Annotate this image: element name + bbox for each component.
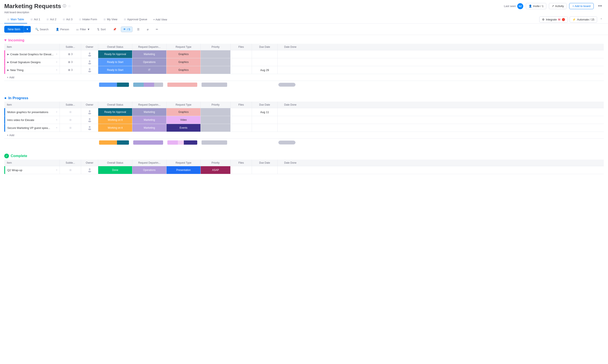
row-name-cell[interactable]: Secure Marketing VP guest spea... +: [5, 124, 60, 132]
subitem-cell[interactable]: ⊞ 3: [60, 66, 81, 74]
person-filter-button[interactable]: 👤 Person: [53, 26, 72, 33]
add-icon[interactable]: +: [56, 118, 57, 121]
dept-cell[interactable]: Marketing: [132, 116, 167, 124]
row-name-cell[interactable]: ▶ Email Signature Designs +: [5, 58, 60, 66]
tab-bar: ⊞ Main Table ⊞ Act 1 ⊞ Act 2 ⊞ Act 3 ⊟ I…: [0, 16, 608, 24]
expand-icon[interactable]: ▶: [7, 53, 9, 56]
search-button[interactable]: 🔍 Search: [32, 26, 51, 33]
automate-button[interactable]: ⚡ Automate / 15: [569, 16, 597, 23]
status-cell[interactable]: Working on it: [98, 124, 132, 132]
owner-cell[interactable]: [81, 66, 98, 74]
priority-cell[interactable]: [201, 50, 231, 58]
invite-button[interactable]: 👤 Invite / 1: [526, 3, 546, 9]
subitem-cell[interactable]: ⊞ 3: [60, 50, 81, 58]
collapse-button[interactable]: ⌃: [599, 17, 604, 22]
tab-main-table[interactable]: ⊞ Main Table: [4, 16, 27, 24]
add-icon[interactable]: +: [56, 111, 57, 114]
board-description[interactable]: Add board description: [0, 11, 608, 16]
status-cell[interactable]: Ready for Approval: [98, 50, 132, 58]
add-row-button[interactable]: + Add: [4, 74, 604, 81]
new-item-button[interactable]: New Item: [4, 26, 24, 33]
subitem-cell[interactable]: ⊞: [60, 116, 81, 124]
type-cell[interactable]: Graphics: [167, 108, 201, 116]
status-cell[interactable]: Done: [98, 166, 132, 174]
sort-button[interactable]: ⇅ Sort: [94, 26, 108, 33]
type-cell[interactable]: Video: [167, 116, 201, 124]
tab-act1[interactable]: ⊞ Act 1: [27, 16, 43, 24]
dept-cell[interactable]: Marketing: [132, 50, 167, 58]
add-icon[interactable]: +: [56, 61, 57, 64]
dept-cell[interactable]: Operations: [132, 58, 167, 66]
owner-cell[interactable]: [81, 166, 98, 174]
subitem-cell[interactable]: ⊞ 3: [60, 58, 81, 66]
row-name-cell[interactable]: ▶ New Thing +: [5, 66, 60, 74]
views-button[interactable]: 👁 / 5: [121, 26, 132, 32]
priority-cell[interactable]: ASAP: [201, 166, 231, 174]
status-cell[interactable]: Ready for Approval: [98, 108, 132, 116]
status-cell[interactable]: Ready to Start: [98, 58, 132, 66]
dept-cell[interactable]: IT: [132, 66, 167, 74]
table-row: Secure Marketing VP guest spea... + ⊞ Wo…: [4, 124, 604, 132]
owner-cell[interactable]: [81, 50, 98, 58]
row-name-cell[interactable]: ▶ Create Social Graphics for Elevat... +: [5, 50, 60, 58]
owner-cell[interactable]: [81, 58, 98, 66]
subitem-cell[interactable]: ⊞: [60, 124, 81, 132]
status-cell[interactable]: Ready to Start: [98, 66, 132, 74]
owner-cell[interactable]: [81, 108, 98, 116]
priority-cell[interactable]: [201, 108, 231, 116]
owner-cell[interactable]: [81, 116, 98, 124]
star-icon[interactable]: ☆: [68, 4, 71, 8]
add-row-button[interactable]: + Add: [4, 132, 604, 139]
datedone-cell: [278, 66, 303, 74]
tab-approval-queue[interactable]: ⊞ Approval Queue: [121, 16, 150, 24]
row-name-cell[interactable]: Intro video for Elevate +: [5, 116, 60, 124]
priority-cell[interactable]: [201, 116, 231, 124]
info-icon[interactable]: ⓘ: [63, 4, 66, 8]
edit-icon: ✏: [156, 28, 158, 31]
add-icon[interactable]: +: [56, 53, 57, 56]
add-view-button[interactable]: + Add View: [151, 16, 170, 23]
formula-button[interactable]: ⌀: [144, 26, 151, 33]
add-icon[interactable]: +: [56, 169, 57, 171]
datedone-cell: [278, 50, 303, 58]
owner-cell[interactable]: [81, 124, 98, 132]
type-cell[interactable]: Events: [167, 124, 201, 132]
person-avatar: [87, 52, 92, 57]
type-cell[interactable]: Graphics: [167, 66, 201, 74]
edit-button[interactable]: ✏: [153, 26, 161, 33]
duedate-cell: [252, 124, 278, 132]
more-options-button[interactable]: •••: [596, 2, 604, 10]
add-to-board-button[interactable]: + Add to board: [569, 3, 594, 9]
dept-cell[interactable]: Marketing: [132, 108, 167, 116]
svg-point-10: [89, 126, 91, 128]
integrate-button[interactable]: ⚙ Integrate M 🔴: [539, 16, 568, 23]
pin-button[interactable]: 📌: [110, 26, 119, 33]
add-icon[interactable]: +: [56, 126, 57, 129]
row-name-cell[interactable]: Q2 Wrap-up +: [5, 166, 60, 174]
activity-button[interactable]: ↗ Activity: [549, 3, 567, 9]
type-cell[interactable]: Graphics: [167, 58, 201, 66]
new-item-dropdown[interactable]: ▼: [24, 26, 31, 32]
tab-intake-form[interactable]: ⊟ Intake Form: [76, 16, 100, 24]
dept-cell[interactable]: Marketing: [132, 124, 167, 132]
tab-my-view[interactable]: ⊞ My View: [101, 16, 120, 24]
expand-icon[interactable]: ▶: [7, 69, 9, 71]
row-name-cell[interactable]: Motion graphics for presentations +: [5, 108, 60, 116]
col-header-dept: Request Departm...: [132, 102, 167, 108]
expand-icon[interactable]: ▶: [7, 61, 9, 64]
subitem-cell[interactable]: ⊞: [60, 108, 81, 116]
priority-cell[interactable]: [201, 66, 231, 74]
subitem-cell[interactable]: ⊞: [60, 166, 81, 174]
status-cell[interactable]: Working on it: [98, 116, 132, 124]
tab-act3[interactable]: ⊞ Act 3: [60, 16, 76, 24]
type-cell[interactable]: Graphics: [167, 50, 201, 58]
group-by-button[interactable]: ☰: [134, 26, 142, 33]
tab-act2[interactable]: ⊞ Act 2: [43, 16, 59, 24]
add-icon[interactable]: +: [56, 68, 57, 71]
filter-button[interactable]: ⚏ Filter ▼: [73, 26, 93, 33]
board-content: ♥ Incoming Item Subite... Owner Overall …: [0, 35, 608, 178]
type-cell[interactable]: Presentation: [167, 166, 201, 174]
priority-cell[interactable]: [201, 58, 231, 66]
priority-cell[interactable]: [201, 124, 231, 132]
dept-cell[interactable]: Operations: [132, 166, 167, 174]
